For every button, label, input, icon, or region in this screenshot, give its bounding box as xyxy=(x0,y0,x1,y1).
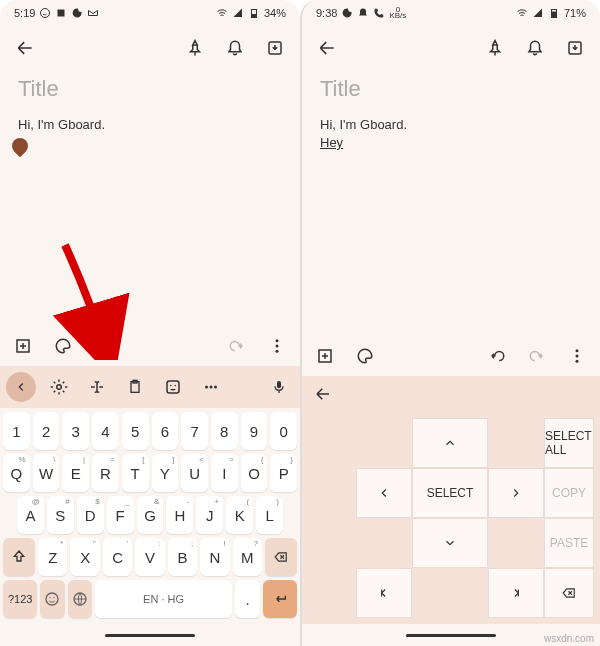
select-button[interactable]: SELECT xyxy=(412,468,488,518)
redo-button[interactable] xyxy=(226,335,248,357)
key-5[interactable]: 5 xyxy=(122,412,149,450)
bottom-row: ?123 EN · HG . xyxy=(3,580,297,618)
key-a[interactable]: A@ xyxy=(17,496,44,534)
more-button[interactable] xyxy=(566,345,588,367)
collapse-toolbar-button[interactable] xyxy=(6,372,36,402)
net-unit: KB/s xyxy=(389,13,406,19)
pin-button[interactable] xyxy=(484,37,506,59)
arrow-right-button[interactable] xyxy=(488,468,544,518)
note-editor[interactable]: Title Hi, I'm Gboard. Hey xyxy=(302,70,600,336)
gear-icon[interactable] xyxy=(44,372,74,402)
key-7[interactable]: 7 xyxy=(181,412,208,450)
key-g[interactable]: G& xyxy=(137,496,164,534)
key-e[interactable]: E| xyxy=(62,454,89,492)
key-4[interactable]: 4 xyxy=(92,412,119,450)
key-l[interactable]: L) xyxy=(256,496,283,534)
end-button[interactable] xyxy=(488,568,544,618)
key-c[interactable]: C' xyxy=(103,538,132,576)
period-key[interactable]: . xyxy=(235,580,259,618)
text-cursor-icon[interactable] xyxy=(82,372,112,402)
key-t[interactable]: T[ xyxy=(122,454,149,492)
key-3[interactable]: 3 xyxy=(62,412,89,450)
archive-button[interactable] xyxy=(264,37,286,59)
arrow-down-button[interactable] xyxy=(412,518,488,568)
key-w[interactable]: W\ xyxy=(33,454,60,492)
arrow-left-button[interactable] xyxy=(356,468,412,518)
key-s[interactable]: S# xyxy=(47,496,74,534)
pin-button[interactable] xyxy=(184,37,206,59)
key-b[interactable]: B; xyxy=(168,538,197,576)
reminder-button[interactable] xyxy=(224,37,246,59)
key-f[interactable]: F_ xyxy=(107,496,134,534)
paste-button[interactable]: PASTE xyxy=(544,518,594,568)
archive-button[interactable] xyxy=(564,37,586,59)
qwerty-keyboard: 1234567890 Q%W\E|R=T[Y]U<I>O{P} A@S#D$F_… xyxy=(0,408,300,624)
key-0[interactable]: 0 xyxy=(270,412,297,450)
key-v[interactable]: V: xyxy=(135,538,164,576)
key-y[interactable]: Y] xyxy=(152,454,179,492)
key-q[interactable]: Q% xyxy=(3,454,30,492)
svg-point-19 xyxy=(46,593,58,605)
key-x[interactable]: X" xyxy=(70,538,99,576)
palette-button[interactable] xyxy=(52,335,74,357)
key-d[interactable]: D$ xyxy=(77,496,104,534)
key-z[interactable]: Z* xyxy=(38,538,67,576)
cursor-panel-back-button[interactable] xyxy=(312,383,334,405)
title-field[interactable]: Title xyxy=(320,76,582,102)
add-box-button[interactable] xyxy=(314,345,336,367)
key-p[interactable]: P} xyxy=(270,454,297,492)
arrow-up-button[interactable] xyxy=(412,418,488,468)
title-field[interactable]: Title xyxy=(18,76,282,102)
svg-rect-1 xyxy=(58,10,65,17)
reminder-button[interactable] xyxy=(524,37,546,59)
undo-button[interactable] xyxy=(486,345,508,367)
key-k[interactable]: K( xyxy=(226,496,253,534)
svg-rect-24 xyxy=(551,12,556,18)
key-6[interactable]: 6 xyxy=(152,412,179,450)
back-button[interactable] xyxy=(316,37,338,59)
spacebar-key[interactable]: EN · HG xyxy=(95,580,233,618)
select-all-button[interactable]: SELECT ALL xyxy=(544,418,594,468)
palette-button[interactable] xyxy=(354,345,376,367)
redo-button[interactable] xyxy=(526,345,548,367)
key-o[interactable]: O{ xyxy=(241,454,268,492)
clipboard-icon[interactable] xyxy=(120,372,150,402)
key-u[interactable]: U< xyxy=(181,454,208,492)
backspace-key[interactable] xyxy=(265,538,297,576)
symbols-key[interactable]: ?123 xyxy=(3,580,37,618)
key-1[interactable]: 1 xyxy=(3,412,30,450)
mic-icon[interactable] xyxy=(264,372,294,402)
home-button[interactable] xyxy=(356,568,412,618)
note-editor[interactable]: Title Hi, I'm Gboard. xyxy=(0,70,300,326)
add-box-button[interactable] xyxy=(12,335,34,357)
key-8[interactable]: 8 xyxy=(211,412,238,450)
gesture-nav-bar[interactable] xyxy=(0,624,300,646)
cursor-handle-icon[interactable] xyxy=(9,135,32,158)
key-9[interactable]: 9 xyxy=(241,412,268,450)
key-i[interactable]: I> xyxy=(211,454,238,492)
key-m[interactable]: M? xyxy=(233,538,262,576)
qwerty-row-2: A@S#D$F_G&H-J+K(L) xyxy=(3,496,297,534)
back-button[interactable] xyxy=(14,37,36,59)
key-r[interactable]: R= xyxy=(92,454,119,492)
backspace-button[interactable] xyxy=(544,568,594,618)
key-j[interactable]: J+ xyxy=(196,496,223,534)
copy-button[interactable]: COPY xyxy=(544,468,594,518)
key-2[interactable]: 2 xyxy=(33,412,60,450)
note-body[interactable]: Hi, I'm Gboard. Hey xyxy=(320,116,582,152)
language-key[interactable] xyxy=(68,580,92,618)
ellipsis-icon[interactable] xyxy=(196,372,226,402)
more-button[interactable] xyxy=(266,335,288,357)
key-n[interactable]: N! xyxy=(200,538,229,576)
emoji-key[interactable] xyxy=(40,580,64,618)
svg-point-20 xyxy=(50,597,51,598)
note-body[interactable]: Hi, I'm Gboard. xyxy=(18,116,282,150)
enter-key[interactable] xyxy=(263,580,297,618)
status-bar: 9:38 0 KB/s 71% xyxy=(302,0,600,26)
wifi-icon xyxy=(216,7,228,19)
shift-key[interactable] xyxy=(3,538,35,576)
moon-icon xyxy=(341,7,353,19)
key-h[interactable]: H- xyxy=(166,496,193,534)
battery-icon xyxy=(248,7,260,19)
sticker-icon[interactable] xyxy=(158,372,188,402)
